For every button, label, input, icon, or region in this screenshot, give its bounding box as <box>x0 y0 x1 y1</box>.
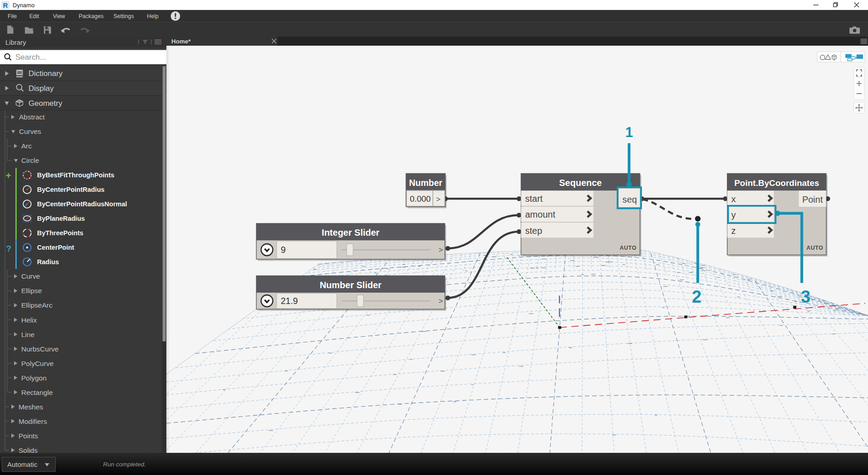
svg-text:Sequence: Sequence <box>559 178 602 188</box>
svg-text:9: 9 <box>281 245 286 255</box>
svg-text:Number: Number <box>409 177 443 187</box>
svg-text:ByCenterPointRadius: ByCenterPointRadius <box>37 186 104 193</box>
svg-text:NurbsCurve: NurbsCurve <box>21 345 59 352</box>
svg-text:Search...: Search... <box>15 53 46 62</box>
svg-text:Curves: Curves <box>19 128 41 135</box>
svg-text:seq: seq <box>623 195 637 204</box>
svg-text:Modifiers: Modifiers <box>19 417 47 425</box>
svg-text:Points: Points <box>19 432 38 439</box>
svg-text:2: 2 <box>692 287 701 306</box>
svg-text:ByCenterPointRadiusNormal: ByCenterPointRadiusNormal <box>37 200 127 208</box>
svg-text:z: z <box>731 226 736 236</box>
svg-text:ByPlaneRadius: ByPlaneRadius <box>37 214 85 222</box>
svg-text:Curve: Curve <box>21 272 40 280</box>
svg-text:Number Slider: Number Slider <box>320 280 382 290</box>
svg-text:amount: amount <box>525 209 556 219</box>
svg-text:PolyCurve: PolyCurve <box>21 359 54 367</box>
svg-text:+: + <box>6 170 11 180</box>
svg-text:y: y <box>731 209 736 219</box>
svg-text:AUTO: AUTO <box>807 245 823 251</box>
svg-text:Dynamo: Dynamo <box>13 2 34 9</box>
svg-text:Library: Library <box>5 38 26 46</box>
svg-text:Point.ByCoordinates: Point.ByCoordinates <box>734 178 819 188</box>
svg-text:EllipseArc: EllipseArc <box>21 301 52 309</box>
svg-text:>: > <box>436 195 441 203</box>
svg-text:1: 1 <box>625 124 633 140</box>
svg-text:>: > <box>439 297 443 305</box>
svg-text:Line: Line <box>21 330 34 338</box>
svg-text:Meshes: Meshes <box>19 403 43 410</box>
svg-text:R: R <box>3 1 8 9</box>
svg-text:Radius: Radius <box>37 258 59 265</box>
svg-text:step: step <box>525 225 542 235</box>
svg-text:Rectangle: Rectangle <box>21 388 53 396</box>
svg-text:0.000: 0.000 <box>410 194 431 203</box>
svg-text:ByBestFitThroughPoints: ByBestFitThroughPoints <box>37 171 114 179</box>
svg-text:Point: Point <box>802 194 823 204</box>
svg-text:start: start <box>525 194 543 204</box>
svg-text:Polygon: Polygon <box>21 374 47 381</box>
svg-text:Dictionary: Dictionary <box>28 69 63 78</box>
svg-text:Circle: Circle <box>21 157 39 164</box>
svg-text:ByThreePoints: ByThreePoints <box>37 229 83 237</box>
svg-text:x: x <box>731 194 736 204</box>
svg-text:Solids: Solids <box>19 446 38 453</box>
svg-text:Arc: Arc <box>21 142 32 150</box>
svg-text:Display: Display <box>28 84 54 93</box>
svg-text:Geometry: Geometry <box>28 99 62 107</box>
svg-text:Abstract: Abstract <box>19 113 45 121</box>
svg-text:3: 3 <box>801 287 810 306</box>
svg-text:Ellipse: Ellipse <box>21 287 42 294</box>
svg-text:CenterPoint: CenterPoint <box>37 244 74 251</box>
svg-text:>: > <box>439 246 443 254</box>
svg-text:Integer Slider: Integer Slider <box>322 227 380 237</box>
svg-text:AUTO: AUTO <box>620 245 637 251</box>
svg-text:?: ? <box>6 243 12 253</box>
svg-text:21.9: 21.9 <box>281 296 298 306</box>
svg-text:Helix: Helix <box>21 316 37 323</box>
